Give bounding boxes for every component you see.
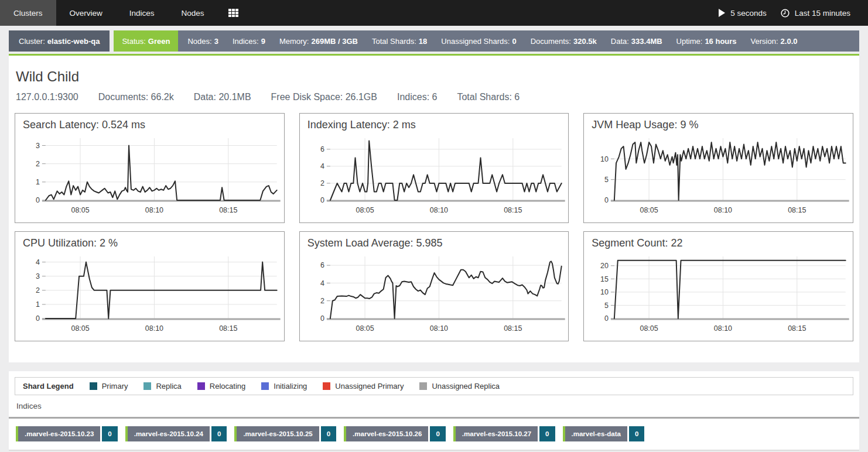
- chart-title: Search Latency: 0.524 ms: [15, 114, 284, 131]
- svg-text:2: 2: [36, 286, 40, 295]
- indices-section-label: Indices: [16, 402, 859, 410]
- stat-label: Total Shards:: [372, 37, 416, 46]
- chart-plot: 0510152008:0508:1008:15: [584, 251, 853, 337]
- index-badge-marvel-es-data[interactable]: .marvel-es-data0: [563, 426, 645, 441]
- svg-text:08:05: 08:05: [71, 206, 89, 214]
- nav-tab-nodes[interactable]: Nodes: [168, 0, 218, 26]
- stat-value: 320.5k: [571, 37, 597, 46]
- legend-item-relocating: Relocating: [197, 382, 245, 391]
- svg-text:08:15: 08:15: [219, 324, 237, 333]
- stat-label: Memory:: [279, 37, 309, 46]
- legend-swatch: [261, 382, 269, 390]
- cluster-stat-indices: Indices:9: [225, 37, 272, 46]
- cluster-stat-data: Data:333.4MB: [604, 37, 669, 46]
- stat-label: Data:: [611, 37, 629, 46]
- svg-text:08:15: 08:15: [219, 206, 237, 214]
- svg-text:2: 2: [36, 160, 40, 168]
- stat-value: 333.4MB: [629, 37, 662, 46]
- chart-title: JVM Heap Usage: 9 %: [584, 114, 853, 131]
- stat-value: 3: [212, 37, 218, 46]
- svg-text:08:10: 08:10: [430, 206, 448, 214]
- apps-grid-button[interactable]: [218, 0, 249, 26]
- svg-text:2: 2: [320, 179, 324, 187]
- chart-title: Indexing Latency: 2 ms: [300, 114, 569, 131]
- svg-text:15: 15: [600, 275, 609, 283]
- stat-value: 2.0.0: [778, 37, 798, 46]
- chart-title: CPU Utilization: 2 %: [15, 232, 284, 249]
- status-badge: Status: Green: [114, 30, 178, 52]
- chart-panel-system-load-average: System Load Average: 5.985024608:0508:10…: [299, 231, 569, 341]
- index-badge-marvel-es-2015-10-23[interactable]: .marvel-es-2015.10.230: [16, 426, 118, 441]
- cluster-label: Cluster:: [19, 37, 45, 46]
- refresh-interval-label: 5 seconds: [730, 9, 767, 18]
- index-badge-marvel-es-2015-10-24[interactable]: .marvel-es-2015.10.240: [125, 426, 227, 441]
- shard-allocation-panel: Shard Legend PrimaryReplicaRelocatingIni…: [9, 371, 859, 451]
- chart-panel-cpu-utilization: CPU Utilization: 2 %0123408:0508:1008:15: [15, 231, 285, 341]
- chart-panel-indexing-latency: Indexing Latency: 2 ms024608:0508:1008:1…: [299, 113, 569, 223]
- legend-swatch: [197, 382, 205, 390]
- chart-panel-jvm-heap-usage: JVM Heap Usage: 9 %051008:0508:1008:15: [583, 113, 853, 223]
- svg-text:5: 5: [604, 302, 609, 310]
- top-nav: ClustersOverviewIndicesNodes 5 seconds L…: [0, 0, 868, 26]
- svg-text:0: 0: [36, 196, 40, 204]
- index-badge-count: 0: [211, 426, 227, 441]
- play-button[interactable]: 5 seconds: [712, 9, 774, 18]
- index-badge-count: 0: [629, 426, 644, 441]
- legend-label: Unassigned Primary: [335, 382, 404, 391]
- svg-text:08:15: 08:15: [504, 206, 522, 214]
- svg-text:5: 5: [604, 176, 609, 184]
- svg-text:0: 0: [320, 196, 324, 204]
- time-range-picker[interactable]: Last 15 minutes: [774, 9, 857, 18]
- cluster-stats-bar: Status: Green Nodes:3Indices:9Memory:269…: [114, 30, 859, 52]
- svg-text:10: 10: [600, 155, 609, 163]
- svg-text:08:15: 08:15: [504, 324, 522, 333]
- index-badge-marvel-es-2015-10-25[interactable]: .marvel-es-2015.10.250: [234, 426, 336, 441]
- index-badge-name: .marvel-es-data: [565, 426, 627, 441]
- index-badge-name: .marvel-es-2015.10.27: [456, 426, 538, 441]
- stat-label: Nodes:: [187, 37, 211, 46]
- cluster-name-box[interactable]: Cluster: elastic-web-qa: [9, 30, 110, 52]
- svg-text:3: 3: [36, 272, 40, 280]
- svg-text:1: 1: [36, 300, 40, 309]
- stat-value: 18: [416, 37, 427, 46]
- svg-text:0: 0: [36, 314, 40, 323]
- svg-text:08:05: 08:05: [640, 206, 658, 214]
- node-stat-4: Indices: 6: [397, 92, 437, 102]
- svg-text:4: 4: [320, 162, 324, 170]
- cluster-stat-unassigned-shards: Unassigned Shards:0: [434, 37, 523, 46]
- legend-item-primary: Primary: [90, 382, 128, 391]
- index-badge-name: .marvel-es-2015.10.25: [237, 426, 319, 441]
- index-badge-count: 0: [102, 426, 117, 441]
- status-value: Green: [146, 37, 170, 46]
- svg-text:08:10: 08:10: [714, 324, 732, 333]
- time-range-label: Last 15 minutes: [795, 9, 850, 18]
- play-icon: [719, 9, 725, 17]
- node-stat-0: 127.0.0.1:9300: [16, 92, 78, 102]
- cluster-stat-documents: Documents:320.5k: [524, 37, 604, 46]
- stat-value: 16 hours: [702, 37, 736, 46]
- indices-badges: .marvel-es-2015.10.230.marvel-es-2015.10…: [9, 419, 859, 450]
- index-badge-marvel-es-2015-10-27[interactable]: .marvel-es-2015.10.270: [453, 426, 555, 441]
- chart-panel-segment-count: Segment Count: 220510152008:0508:1008:15: [583, 231, 853, 341]
- stat-label: Unassigned Shards:: [441, 37, 510, 46]
- svg-text:08:05: 08:05: [640, 324, 658, 333]
- nav-tab-overview[interactable]: Overview: [56, 0, 116, 26]
- stat-value: 9: [259, 37, 265, 46]
- nav-tab-indices[interactable]: Indices: [116, 0, 168, 26]
- node-stat-5: Total Shards: 6: [457, 92, 520, 102]
- cluster-stat-memory: Memory:269MB / 3GB: [272, 37, 365, 46]
- chart-plot: 0123408:0508:1008:15: [15, 251, 284, 337]
- shard-legend: Shard Legend PrimaryReplicaRelocatingIni…: [15, 377, 853, 395]
- cluster-stat-uptime: Uptime:16 hours: [669, 37, 744, 46]
- stat-value: 269MB / 3GB: [309, 37, 357, 46]
- legend-label: Primary: [102, 382, 128, 391]
- svg-text:6: 6: [320, 261, 324, 269]
- index-badge-marvel-es-2015-10-26[interactable]: .marvel-es-2015.10.260: [344, 426, 446, 441]
- stat-label: Indices:: [233, 37, 259, 46]
- clock-icon: [781, 9, 790, 18]
- svg-text:08:05: 08:05: [71, 324, 89, 333]
- svg-text:08:05: 08:05: [356, 324, 374, 333]
- nav-time-controls: 5 seconds Last 15 minutes: [712, 0, 868, 26]
- nav-tab-clusters[interactable]: Clusters: [0, 0, 56, 26]
- legend-item-unassigned-replica: Unassigned Replica: [419, 382, 500, 391]
